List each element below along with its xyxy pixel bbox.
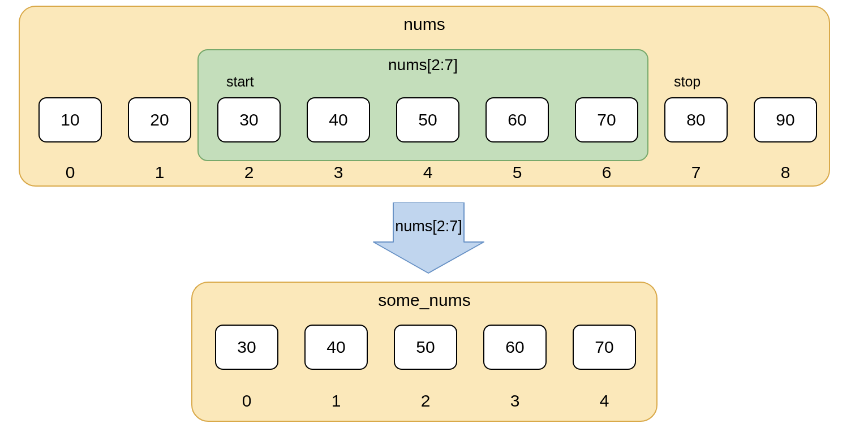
slice-title: nums[2:7] xyxy=(199,56,647,74)
some-nums-cell: 30 xyxy=(215,325,278,370)
nums-title: nums xyxy=(20,15,829,34)
arrow-label: nums[2:7] xyxy=(362,218,495,235)
nums-panel: nums nums[2:7] start stop 10 20 30 40 50… xyxy=(19,6,830,187)
stop-label: stop xyxy=(674,74,701,90)
nums-index: 1 xyxy=(128,163,191,182)
nums-index: 0 xyxy=(38,163,102,182)
some-nums-index: 2 xyxy=(394,391,457,411)
nums-cell: 50 xyxy=(396,97,459,142)
nums-index: 3 xyxy=(307,163,370,182)
some-nums-panel: some_nums 30 40 50 60 70 0 1 2 3 4 xyxy=(191,282,658,422)
nums-index: 8 xyxy=(754,163,817,182)
nums-cell: 70 xyxy=(575,97,638,142)
some-nums-cell: 50 xyxy=(394,325,457,370)
nums-cell: 80 xyxy=(664,97,728,142)
some-nums-cell: 70 xyxy=(573,325,636,370)
some-nums-index: 3 xyxy=(483,391,547,411)
slice-arrow: nums[2:7] xyxy=(362,202,495,274)
start-label: start xyxy=(226,74,254,90)
nums-index: 5 xyxy=(485,163,549,182)
some-nums-title: some_nums xyxy=(192,291,656,310)
some-nums-cell: 40 xyxy=(304,325,368,370)
nums-index: 6 xyxy=(575,163,638,182)
nums-cell: 90 xyxy=(754,97,817,142)
nums-cell: 40 xyxy=(307,97,370,142)
nums-cell: 60 xyxy=(485,97,549,142)
nums-index: 7 xyxy=(664,163,728,182)
arrow-icon xyxy=(362,202,495,274)
svg-marker-0 xyxy=(373,202,484,273)
nums-index: 4 xyxy=(396,163,459,182)
some-nums-index: 0 xyxy=(215,391,278,411)
some-nums-cell: 60 xyxy=(483,325,547,370)
nums-cell: 10 xyxy=(38,97,102,142)
some-nums-index: 4 xyxy=(573,391,636,411)
nums-cell: 20 xyxy=(128,97,191,142)
some-nums-index: 1 xyxy=(304,391,368,411)
nums-index: 2 xyxy=(217,163,281,182)
nums-cell: 30 xyxy=(217,97,281,142)
